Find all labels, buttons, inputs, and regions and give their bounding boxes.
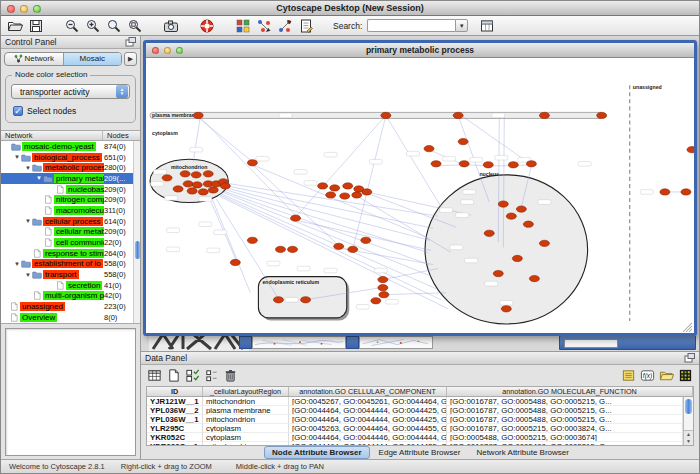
network-name[interactable]: response to stimul (43, 249, 104, 258)
graph-node[interactable] (381, 112, 391, 118)
graph-node[interactable] (597, 112, 607, 118)
graph-node[interactable] (291, 215, 301, 221)
column-nodes[interactable]: Nodes (103, 131, 140, 140)
network-name[interactable]: unassigned (20, 302, 65, 311)
graph-edge[interactable] (216, 199, 278, 299)
graph-node[interactable] (484, 230, 494, 236)
tree-scrollbar[interactable] (133, 141, 140, 323)
network-name[interactable]: primary metabo (54, 174, 104, 183)
cell-molecular-function[interactable]: [GO:0016787, GO:0005488, GO:0005215, G..… (447, 397, 683, 406)
cell-region[interactable]: cytoplasm (203, 433, 289, 442)
zoom-in-icon[interactable] (85, 18, 101, 34)
graph-node[interactable] (230, 259, 240, 265)
cell-cellular-component[interactable]: [GO:0044464, GO:0044446, GO:0044444, G..… (289, 433, 447, 442)
graph-node[interactable] (273, 297, 283, 303)
network-tree-row[interactable]: cellular metabol209(0) (1, 227, 140, 238)
attribute-matrix-icon[interactable] (678, 368, 693, 383)
graph-node[interactable] (192, 182, 202, 188)
graph-node[interactable] (162, 175, 172, 181)
cell-region[interactable]: mitochondrion (203, 397, 289, 406)
cell-region[interactable]: mitochondrion (203, 442, 289, 446)
cell-region[interactable]: cytoplasm (203, 424, 289, 433)
zoom-selected-icon[interactable] (106, 18, 122, 34)
graph-node[interactable] (334, 243, 344, 249)
graph-node[interactable] (424, 146, 434, 152)
tab-mosaic[interactable]: Mosaic (63, 53, 122, 65)
graph-node[interactable] (352, 192, 362, 198)
cell-id[interactable]: YDR039C__1 (147, 442, 203, 446)
graph-node[interactable] (220, 183, 230, 189)
select-attributes-icon[interactable] (185, 368, 200, 383)
graph-node[interactable] (330, 185, 340, 191)
cell-molecular-function[interactable]: [GO:0016787, GO:0005488, GO:0005215, G..… (447, 442, 683, 446)
graph-node[interactable] (431, 161, 441, 167)
network-name[interactable]: cell communicat (54, 238, 104, 247)
attribute-pad-icon[interactable] (621, 368, 636, 383)
cell-molecular-function[interactable]: [GO:0005488, GO:0005215, GO:0003674] (447, 433, 683, 442)
graph-edge[interactable] (223, 191, 429, 265)
network-tree-row[interactable]: ▼primary metabo209(... (1, 173, 140, 184)
graph-node[interactable] (193, 112, 203, 118)
open-session-icon[interactable] (7, 18, 23, 34)
attribute-row[interactable]: YJR121W__1mitochondrion[GO:0045267, GO:0… (147, 397, 683, 406)
help-icon[interactable] (199, 18, 215, 34)
graph-node[interactable] (539, 240, 549, 246)
network-tree-row[interactable]: Overview8(0) (1, 312, 140, 323)
unselect-attributes-icon[interactable] (204, 368, 219, 383)
network-tree-row[interactable]: cell communicat22(0) (1, 237, 140, 248)
network-tree-row[interactable]: unassigned223(0) (1, 301, 140, 312)
edit-network-a-icon[interactable] (256, 18, 272, 34)
graph-node[interactable] (516, 206, 526, 212)
cell-cellular-component[interactable]: [GO:0044464, GO:0044444, GO:0044425, G..… (289, 442, 447, 446)
float-panel-icon[interactable] (125, 37, 136, 47)
network-name[interactable]: Overview (20, 313, 57, 322)
search-dropdown-arrow-icon[interactable]: ▼ (455, 19, 468, 32)
background-window-fragment[interactable] (359, 336, 433, 349)
tab-overflow-arrow-icon[interactable]: ▶ (124, 52, 137, 66)
zoom-window-button[interactable] (33, 5, 41, 13)
zoom-fit-icon[interactable] (127, 18, 143, 34)
birdseye-view-panel[interactable] (5, 328, 136, 456)
table-scrollbar-thumb[interactable] (685, 399, 692, 414)
cell-molecular-function[interactable]: [GO:0016787, GO:0005488, GO:0005215, G..… (447, 415, 683, 424)
cell-cellular-component[interactable]: [GO:0044464, GO:0044444, GO:0044425, G..… (289, 415, 447, 424)
network-name[interactable]: mosaic-demo-yeast (22, 142, 96, 151)
network-name[interactable]: secretion (66, 281, 102, 290)
zoom-out-icon[interactable] (64, 18, 80, 34)
disclosure-triangle-icon[interactable]: ▼ (24, 272, 32, 278)
column-header-id[interactable]: ID (147, 387, 203, 396)
advanced-search-icon[interactable] (479, 18, 495, 34)
annotations-icon[interactable] (298, 18, 314, 34)
column-header-cellular-component[interactable]: annotation.GO CELLULAR_COMPONENT (289, 387, 447, 396)
edit-network-b-icon[interactable] (277, 18, 293, 34)
graph-node[interactable] (508, 162, 518, 168)
function-builder-icon[interactable]: f(x) (640, 368, 655, 383)
graph-node[interactable] (687, 147, 694, 153)
search-input[interactable] (367, 19, 455, 32)
tab-edge-attribute-browser[interactable]: Edge Attribute Browser (372, 447, 468, 458)
cell-cellular-component[interactable]: [GO:0044464, GO:0044444, GO:0044425, G..… (289, 406, 447, 415)
cell-cellular-component[interactable]: [GO:0045267, GO:0045261, GO:0044464, G..… (289, 397, 447, 406)
network-name[interactable]: establishment of lo (32, 259, 103, 268)
graph-node[interactable] (539, 112, 549, 118)
network-tree-row[interactable]: nitrogen compo209(0) (1, 194, 140, 205)
graph-edge[interactable] (193, 117, 200, 161)
attribute-row[interactable]: YPL036W__1mitochondrion[GO:0044464, GO:0… (147, 415, 683, 424)
column-header-region[interactable]: _cellularLayoutRegion (203, 387, 289, 396)
tab-node-attribute-browser[interactable]: Node Attribute Browser (264, 446, 370, 459)
cell-region[interactable]: plasma membrane (203, 406, 289, 415)
network-tree-row[interactable]: response to stimul264(0) (1, 248, 140, 259)
graph-node[interactable] (459, 161, 469, 167)
column-header-molecular-function[interactable]: annotation.GO MOLECULAR_FUNCTION (447, 387, 693, 396)
network-name[interactable]: transport (43, 270, 79, 279)
graph-node[interactable] (493, 270, 503, 276)
graph-node[interactable] (681, 189, 691, 195)
graph-node[interactable] (183, 181, 193, 187)
graph-node[interactable] (523, 221, 533, 227)
graph-node[interactable] (187, 188, 197, 194)
graph-node[interactable] (340, 193, 350, 199)
node-color-dropdown[interactable]: transporter activity ▲▼ (11, 84, 130, 99)
graph-node[interactable] (275, 246, 285, 252)
background-window-fragment[interactable] (559, 335, 696, 350)
network-name[interactable]: biological_process (32, 153, 102, 162)
